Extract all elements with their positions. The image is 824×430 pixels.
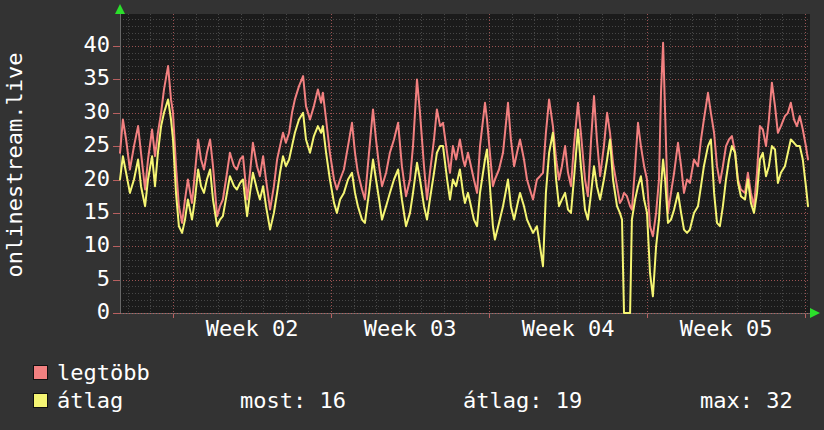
x-tick-label: Week 03 [330,317,490,341]
y-tick-label: 15 [30,201,110,223]
x-axis-arrow-icon [810,308,820,318]
y-tick-label: 35 [30,67,110,89]
y-tick-label: 30 [30,101,110,123]
x-tick-label: Week 02 [172,317,332,341]
legend-label-atlag: átlag [57,389,123,413]
x-tick-label: Week 05 [646,317,806,341]
stat-max: max: 32 [700,389,793,413]
y-tick-label: 25 [30,134,110,156]
y-tick-label: 0 [30,301,110,323]
stat-most: most: 16 [240,389,346,413]
x-tick-label: Week 04 [488,317,648,341]
y-axis-arrow-icon [115,4,125,14]
legend-label-legtobb: legtöbb [57,361,150,385]
y-tick-label: 10 [30,234,110,256]
y-tick-label: 40 [30,34,110,56]
legend-swatch-atlag [33,393,48,408]
y-tick-label: 20 [30,168,110,190]
rrd-graph: onlinestream.live 0510152025303540 Week … [0,0,824,430]
legend-swatch-legtobb [33,365,48,380]
stat-atlag: átlag: 19 [463,389,582,413]
y-tick-label: 5 [30,268,110,290]
